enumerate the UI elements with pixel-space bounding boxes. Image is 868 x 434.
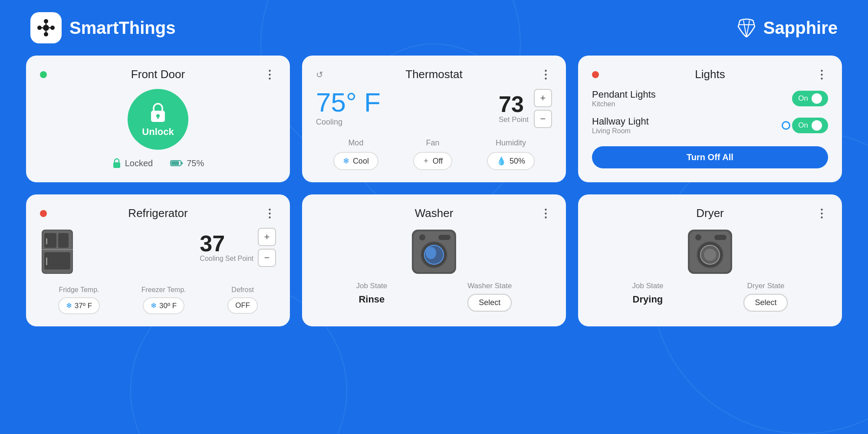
humidity-icon: 💧: [496, 156, 506, 166]
svg-point-3: [37, 26, 42, 30]
dryer-menu[interactable]: ⋮: [816, 208, 828, 219]
thermostat-fan-col: Fan ✦ Off: [413, 138, 453, 170]
battery-status: 75%: [170, 158, 204, 168]
refrigerator-menu[interactable]: ⋮: [264, 208, 276, 219]
fan-icon: ✦: [423, 156, 429, 166]
svg-point-4: [50, 26, 55, 30]
refrigerator-controls: Fridge Temp. ❄ 37º F Freezer Temp. ❄ 30º…: [40, 286, 276, 314]
pendant-lights-name: Pendant Lights: [592, 89, 656, 100]
lights-header: Lights ⋮: [592, 68, 828, 81]
freezer-temp-col: Freezer Temp. ❄ 30º F: [141, 286, 186, 314]
dryer-icon-area: [592, 228, 828, 276]
mod-value: Cool: [353, 157, 369, 166]
hallway-light-toggle[interactable]: On: [792, 118, 828, 133]
svg-rect-22: [46, 238, 47, 244]
thermostat-controls: Mod ❄ Cool Fan ✦ Off Humidity 💧 50%: [316, 138, 552, 170]
svg-rect-23: [46, 257, 47, 265]
lights-menu[interactable]: ⋮: [816, 69, 828, 80]
pendant-lights-row: Pendant Lights Kitchen On: [592, 89, 828, 108]
freezer-temp-badge[interactable]: ❄ 30º F: [143, 297, 184, 314]
washer-select-button[interactable]: Select: [467, 294, 512, 312]
thermostat-header: ↺ Thermostat ⋮: [316, 68, 552, 81]
fridge-temp-badge[interactable]: ❄ 37º F: [58, 297, 100, 314]
dryer-job-state-value: Drying: [633, 294, 663, 305]
freezer-temp-label: Freezer Temp.: [141, 286, 186, 294]
dryer-controls: Job State Drying Dryer State Select: [592, 282, 828, 312]
turn-off-all-button[interactable]: Turn Off All: [592, 146, 828, 168]
dryer-select-button[interactable]: Select: [743, 294, 788, 312]
svg-point-29: [426, 247, 436, 259]
mod-label: Mod: [348, 138, 363, 148]
lights-status-dot: [592, 71, 599, 78]
app-name: SmartThings: [69, 18, 175, 38]
theme-label: Sapphire: [763, 18, 838, 38]
cards-grid: Front Door ⋮ Unlock Locked: [0, 56, 868, 344]
washer-controls: Job State Rinse Washer State Select: [316, 282, 552, 312]
app-logo: [30, 12, 62, 43]
front-door-header: Front Door ⋮: [40, 68, 276, 81]
hallway-light-info: Hallway Light Living Room: [592, 116, 649, 135]
unlock-button[interactable]: Unlock: [128, 89, 188, 150]
refresh-icon[interactable]: ↺: [316, 69, 323, 80]
hallway-light-row: Hallway Light Living Room On: [592, 116, 828, 135]
pendant-lights-toggle[interactable]: On: [792, 91, 828, 106]
front-door-menu[interactable]: ⋮: [264, 69, 276, 80]
refrigerator-status-dot: [40, 210, 47, 217]
unlock-label: Unlock: [142, 126, 174, 138]
setpoint-value: 73: [499, 93, 529, 115]
hallway-toggle-circle: [812, 120, 822, 131]
thermostat-main: 75° F Cooling 73 Set Point + −: [316, 89, 552, 128]
svg-rect-31: [438, 235, 450, 240]
fan-label: Fan: [426, 138, 439, 148]
freezer-temp-value: 30º F: [159, 302, 177, 310]
thermostat-mode-display: Cooling: [316, 118, 381, 127]
refrigerator-decrease-button[interactable]: −: [258, 249, 276, 267]
thermostat-card: ↺ Thermostat ⋮ 75° F Cooling 73 Set Poin…: [302, 56, 566, 182]
setpoint-label: Set Point: [499, 115, 529, 124]
defrost-badge[interactable]: OFF: [227, 297, 258, 314]
thermostat-temp: 75° F: [316, 89, 381, 116]
svg-point-0: [43, 25, 49, 31]
dryer-job-state-col: Job State Drying: [632, 282, 664, 312]
washer-icon: [410, 228, 458, 276]
refrigerator-increase-button[interactable]: +: [258, 228, 276, 246]
pendant-lights-info: Pendant Lights Kitchen: [592, 89, 656, 108]
refrigerator-setpoint-buttons: + −: [258, 228, 276, 267]
setpoint-decrease-button[interactable]: −: [534, 110, 552, 128]
hallway-light-name: Hallway Light: [592, 116, 649, 127]
hallway-slider-thumb[interactable]: [782, 121, 790, 130]
washer-menu[interactable]: ⋮: [540, 208, 552, 219]
refrigerator-setpoint-area: 37 Cooling Set Point + −: [83, 228, 276, 267]
fridge-temp-col: Fridge Temp. ❄ 37º F: [58, 286, 100, 314]
lights-card: Lights ⋮ Pendant Lights Kitchen On Hallw…: [578, 56, 842, 182]
svg-rect-12: [113, 162, 120, 168]
snowflake-icon: ❄: [343, 156, 349, 166]
thermostat-menu[interactable]: ⋮: [540, 69, 552, 80]
humidity-badge[interactable]: 💧 50%: [487, 152, 535, 170]
header: SmartThings Sapphire: [0, 0, 868, 56]
hallway-light-room: Living Room: [592, 127, 649, 135]
pendant-toggle-circle: [812, 93, 822, 104]
svg-point-30: [419, 234, 425, 240]
logo-area: SmartThings: [30, 12, 175, 43]
front-door-card: Front Door ⋮ Unlock Locked: [26, 56, 290, 182]
fan-value: Off: [433, 157, 443, 166]
fan-badge[interactable]: ✦ Off: [413, 152, 453, 170]
mod-badge[interactable]: ❄ Cool: [333, 152, 378, 170]
setpoint-increase-button[interactable]: +: [534, 89, 552, 107]
sapphire-icon: [736, 17, 757, 39]
setpoint-buttons: + −: [534, 89, 552, 128]
dryer-icon: [686, 228, 734, 276]
defrost-label: Defrost: [231, 286, 254, 294]
dryer-title: Dryer: [696, 207, 724, 220]
front-door-status-dot: [40, 71, 47, 78]
washer-title: Washer: [415, 207, 454, 220]
defrost-col: Defrost OFF: [227, 286, 258, 314]
pendant-lights-room: Kitchen: [592, 100, 656, 108]
defrost-value: OFF: [235, 301, 250, 310]
svg-point-37: [704, 249, 716, 261]
door-status-row: Locked 75%: [40, 158, 276, 169]
thermostat-mod-col: Mod ❄ Cool: [333, 138, 378, 170]
thermostat-title: Thermostat: [405, 68, 463, 81]
dryer-state-label: Dryer State: [747, 282, 784, 290]
